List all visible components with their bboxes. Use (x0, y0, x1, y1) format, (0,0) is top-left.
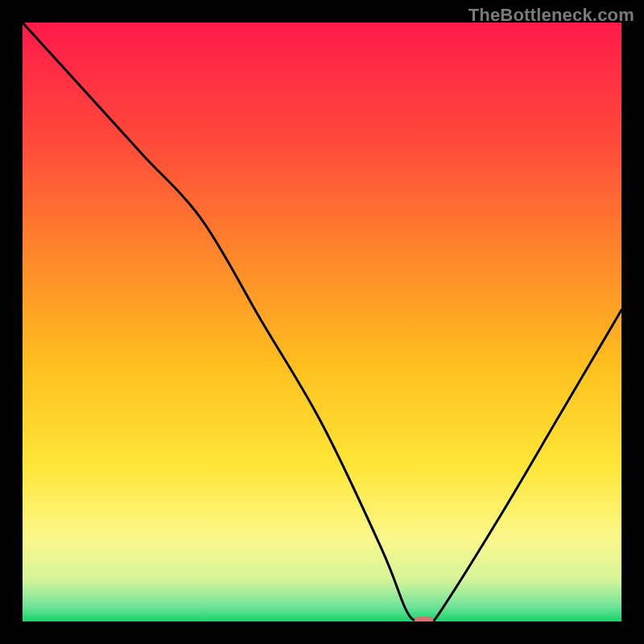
chart-frame: TheBottleneck.com (0, 0, 644, 644)
operating-point-marker (414, 617, 433, 621)
chart-svg (23, 23, 621, 621)
chart-plot-area (23, 23, 621, 621)
chart-background (23, 23, 621, 621)
